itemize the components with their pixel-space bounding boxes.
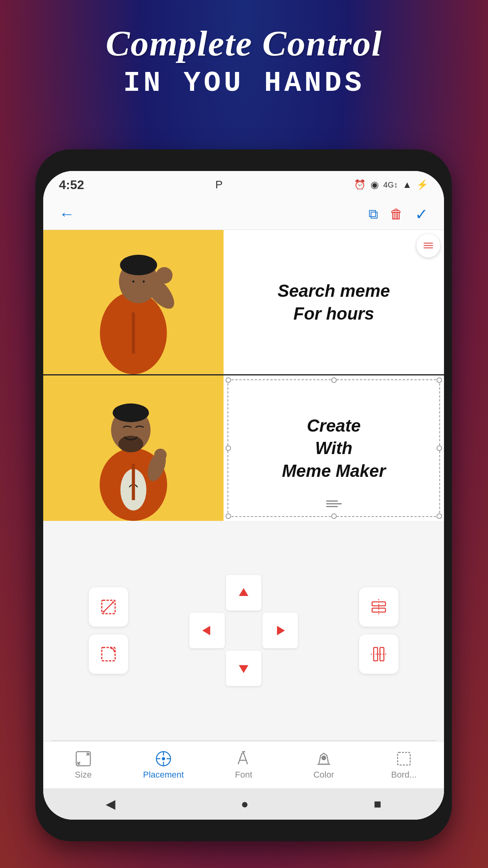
tab-font[interactable]: Font bbox=[204, 746, 284, 784]
svg-rect-11 bbox=[132, 313, 135, 354]
arrow-left-icon bbox=[199, 623, 215, 638]
nav-recent-button[interactable]: ■ bbox=[374, 797, 381, 811]
status-icons: ⏰ ◉ 4G↕ ▲ ⚡ bbox=[354, 179, 428, 190]
tab-border-label: Bord... bbox=[391, 770, 417, 780]
meme-canvas: Search meme For hours bbox=[43, 230, 444, 521]
align-v-icon bbox=[369, 644, 389, 664]
font-tab-icon bbox=[235, 750, 252, 767]
tab-color-label: Color bbox=[314, 770, 334, 780]
handle-bl[interactable] bbox=[226, 513, 231, 519]
arrow-down-button[interactable] bbox=[226, 651, 261, 686]
svg-rect-21 bbox=[326, 500, 338, 502]
status-notification: P bbox=[215, 178, 223, 191]
nav-bar: ◀ ● ■ bbox=[43, 788, 444, 820]
controls-area: Size Placement bbox=[43, 521, 444, 820]
tab-size-label: Size bbox=[75, 770, 92, 780]
status-bar: 4:52 P ⏰ ◉ 4G↕ ▲ ⚡ bbox=[43, 171, 444, 199]
phone-screen: 4:52 P ⏰ ◉ 4G↕ ▲ ⚡ ← ⧉ 🗑 ✓ bbox=[43, 171, 444, 820]
handle-tr[interactable] bbox=[437, 377, 442, 383]
svg-rect-43 bbox=[398, 752, 410, 765]
svg-point-6 bbox=[120, 255, 157, 275]
meme-bottom-right[interactable]: Create With Meme Maker bbox=[224, 375, 444, 521]
svg-rect-20 bbox=[132, 464, 135, 500]
right-controls bbox=[359, 587, 398, 674]
arrow-up-icon bbox=[236, 585, 251, 601]
handle-tl[interactable] bbox=[226, 377, 231, 383]
handle-lm[interactable] bbox=[226, 445, 231, 451]
svg-rect-2 bbox=[424, 243, 433, 244]
resize-button[interactable] bbox=[89, 587, 128, 627]
svg-point-19 bbox=[154, 449, 167, 461]
meme-top-right: Search meme For hours bbox=[224, 230, 444, 374]
signal-icon: ▲ bbox=[402, 179, 412, 190]
rotate-button[interactable] bbox=[89, 634, 128, 674]
color-tab-icon bbox=[315, 750, 332, 767]
handle-tm[interactable] bbox=[331, 377, 337, 383]
align-vertical-button[interactable] bbox=[359, 634, 398, 674]
toolbar-right-actions: ⧉ 🗑 ✓ bbox=[369, 205, 428, 223]
data-icon: 4G↕ bbox=[383, 180, 398, 189]
tab-font-label: Font bbox=[235, 770, 252, 780]
svg-rect-23 bbox=[326, 506, 338, 507]
battery-icon: ⚡ bbox=[416, 179, 428, 190]
layers-icon bbox=[421, 239, 435, 253]
delete-button[interactable]: 🗑 bbox=[390, 206, 403, 222]
confirm-button[interactable]: ✓ bbox=[415, 205, 428, 223]
size-tab-icon bbox=[75, 750, 92, 767]
border-tab-icon bbox=[395, 750, 413, 767]
svg-point-9 bbox=[132, 280, 134, 282]
handle-bm[interactable] bbox=[331, 513, 337, 519]
align-h-icon bbox=[369, 597, 389, 617]
tab-color[interactable]: Color bbox=[284, 746, 364, 784]
layers-button[interactable] bbox=[416, 234, 440, 257]
nav-back-button[interactable]: ◀ bbox=[106, 796, 116, 811]
meme-text-top: Search meme For hours bbox=[277, 280, 390, 324]
meme-top-left bbox=[43, 230, 224, 374]
drake-approve-svg bbox=[43, 375, 224, 521]
phone-frame: 4:52 P ⏰ ◉ 4G↕ ▲ ⚡ ← ⧉ 🗑 ✓ bbox=[35, 149, 452, 841]
status-time: 4:52 bbox=[59, 178, 84, 192]
placement-tab-icon bbox=[155, 750, 172, 767]
tab-bar: Size Placement bbox=[43, 741, 444, 788]
tab-placement[interactable]: Placement bbox=[123, 746, 204, 784]
header-title-line2: IN YOU HANDS bbox=[8, 67, 480, 99]
align-horizontal-button[interactable] bbox=[359, 587, 398, 627]
header-title-line1: Complete Control bbox=[8, 24, 480, 63]
svg-point-42 bbox=[321, 756, 326, 760]
svg-rect-22 bbox=[326, 503, 342, 504]
back-button[interactable]: ← bbox=[59, 205, 75, 223]
tab-placement-label: Placement bbox=[143, 770, 184, 780]
move-handle-icon[interactable] bbox=[326, 498, 342, 513]
copy-button[interactable]: ⧉ bbox=[369, 206, 378, 222]
meme-bottom-left bbox=[43, 375, 224, 521]
wifi-icon: ◉ bbox=[371, 179, 379, 190]
arrow-right-icon bbox=[272, 623, 288, 638]
left-controls bbox=[89, 587, 128, 674]
handle-rm[interactable] bbox=[437, 445, 442, 451]
svg-point-16 bbox=[113, 403, 149, 422]
svg-rect-1 bbox=[424, 245, 433, 246]
svg-point-8 bbox=[156, 267, 172, 283]
app-toolbar: ← ⧉ 🗑 ✓ bbox=[43, 199, 444, 230]
svg-point-34 bbox=[162, 757, 165, 760]
dpad bbox=[188, 574, 299, 687]
arrow-left-button[interactable] bbox=[189, 613, 225, 648]
svg-point-17 bbox=[118, 436, 143, 452]
meme-text-bottom: Create With Meme Maker bbox=[282, 414, 385, 482]
arrow-right-button[interactable] bbox=[262, 613, 298, 648]
alarm-icon: ⏰ bbox=[354, 179, 366, 190]
tab-border[interactable]: Bord... bbox=[364, 746, 444, 784]
tab-size[interactable]: Size bbox=[43, 746, 123, 784]
svg-rect-0 bbox=[424, 247, 433, 248]
svg-point-10 bbox=[143, 280, 145, 282]
resize-icon bbox=[99, 597, 118, 617]
header-area: Complete Control IN YOU HANDS bbox=[0, 16, 488, 107]
rotate-icon bbox=[99, 644, 118, 664]
arrow-down-icon bbox=[236, 660, 251, 676]
nav-home-button[interactable]: ● bbox=[241, 797, 248, 811]
drake-dismiss-svg bbox=[43, 230, 224, 374]
handle-br[interactable] bbox=[437, 513, 442, 519]
arrow-up-button[interactable] bbox=[226, 575, 261, 611]
